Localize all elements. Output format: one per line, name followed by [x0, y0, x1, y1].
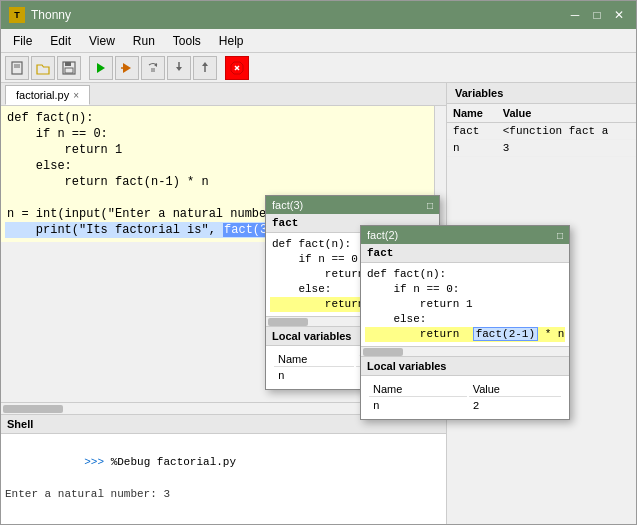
tab-close-button[interactable]: × [73, 90, 79, 101]
var-name-1: fact [447, 123, 497, 140]
dw2-line-3: return 1 [365, 297, 565, 312]
debug-window-2-title-bar: fact(2) □ [361, 226, 569, 244]
window-title: Thonny [31, 8, 71, 22]
code-line-4: else: [5, 158, 442, 174]
code-line-3: return 1 [5, 142, 442, 158]
dw2-line-1: def fact(n): [365, 267, 565, 282]
var-row-2: n 3 [447, 140, 636, 157]
debug-window-2-code: def fact(n): if n == 0: return 1 else: r… [361, 263, 569, 346]
dw2-var-name-1: n [369, 399, 467, 413]
shell-line-2: Enter a natural number: 3 [5, 486, 442, 502]
step-into-button[interactable] [167, 56, 191, 80]
code-line-2: if n == 0: [5, 126, 442, 142]
svg-marker-15 [176, 67, 182, 71]
var-value-2: 3 [497, 140, 636, 157]
menu-tools[interactable]: Tools [165, 32, 209, 50]
open-button[interactable] [31, 56, 55, 80]
dw2-thumb [363, 348, 403, 356]
dw2-line-2: if n == 0: [365, 282, 565, 297]
dw2-line-5: return fact(2-1) * n [365, 327, 565, 342]
dw2-var-value-1: 2 [469, 399, 561, 413]
dw1-thumb [268, 318, 308, 326]
tab-label: factorial.py [16, 89, 69, 101]
debug-window-2[interactable]: fact(2) □ fact def fact(n): if n == 0: r… [360, 225, 570, 420]
menu-view[interactable]: View [81, 32, 123, 50]
var-col-name: Name [447, 104, 497, 123]
toolbar [1, 53, 636, 83]
debug-window-1-title: fact(3) [272, 199, 303, 211]
menu-help[interactable]: Help [211, 32, 252, 50]
title-bar-left: T Thonny [9, 7, 71, 23]
debug-window-1-title-bar: fact(3) □ [266, 196, 439, 214]
debug-window-2-title: fact(2) [367, 229, 398, 241]
svg-rect-7 [65, 68, 73, 73]
scrollbar-thumb [3, 405, 63, 413]
menu-run[interactable]: Run [125, 32, 163, 50]
shell-area: Shell >>> %Debug factorial.py Enter a na… [1, 414, 446, 524]
dw2-locals-header: Local variables [361, 356, 569, 376]
step-out-button[interactable] [193, 56, 217, 80]
var-row-1: fact <function fact a [447, 123, 636, 140]
dw2-col-value: Value [469, 382, 561, 397]
variables-header: Variables [447, 83, 636, 104]
dw1-var-name-1: n [274, 369, 354, 383]
var-name-2: n [447, 140, 497, 157]
svg-rect-2 [12, 62, 22, 74]
dw1-col-name: Name [274, 352, 354, 367]
svg-text:T: T [14, 10, 20, 20]
svg-marker-9 [123, 63, 131, 73]
dw2-highlight: fact(2-1) [473, 327, 538, 341]
shell-line-1: >>> %Debug factorial.py [5, 438, 442, 486]
dw2-locals-table: Name Value n 2 [361, 376, 569, 419]
menu-file[interactable]: File [5, 32, 40, 50]
dw2-col-name: Name [369, 382, 467, 397]
dw2-line-4: else: [365, 312, 565, 327]
shell-cmd-1: %Debug factorial.py [111, 456, 236, 468]
var-col-value: Value [497, 104, 636, 123]
maximize-button[interactable]: □ [588, 6, 606, 24]
code-line-5: return fact(n-1) * n [5, 174, 442, 190]
shell-content[interactable]: >>> %Debug factorial.py Enter a natural … [1, 434, 446, 524]
app-icon: T [9, 7, 25, 23]
debug-button[interactable] [115, 56, 139, 80]
new-button[interactable] [5, 56, 29, 80]
code-line-1: def fact(n): [5, 110, 442, 126]
editor-tab[interactable]: factorial.py × [5, 85, 90, 105]
run-button[interactable] [89, 56, 113, 80]
step-over-button[interactable] [141, 56, 165, 80]
tab-bar: factorial.py × [1, 83, 446, 106]
debug-window-2-func: fact [361, 244, 569, 263]
window-controls: ─ □ ✕ [566, 6, 628, 24]
stop-button[interactable] [225, 56, 249, 80]
svg-rect-6 [65, 62, 71, 66]
menu-bar: File Edit View Run Tools Help [1, 29, 636, 53]
dw2-scrollbar-h[interactable] [361, 346, 569, 356]
dw2-row-1: n 2 [369, 399, 561, 413]
var-value-1: <function fact a [497, 123, 636, 140]
menu-edit[interactable]: Edit [42, 32, 79, 50]
debug-window-1-close[interactable]: □ [427, 200, 433, 211]
title-bar: T Thonny ─ □ ✕ [1, 1, 636, 29]
shell-prompt-1: >>> [84, 456, 110, 468]
minimize-button[interactable]: ─ [566, 6, 584, 24]
save-button[interactable] [57, 56, 81, 80]
svg-marker-8 [97, 63, 105, 73]
debug-window-2-close[interactable]: □ [557, 230, 563, 241]
close-button[interactable]: ✕ [610, 6, 628, 24]
